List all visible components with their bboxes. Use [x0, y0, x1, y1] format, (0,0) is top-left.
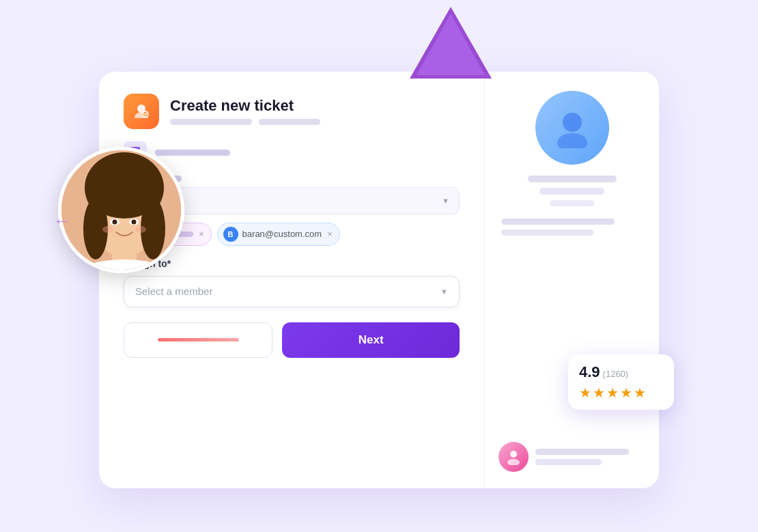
ticket-icon [124, 94, 159, 129]
rating-count: (1260) [603, 369, 629, 379]
rating-card: 4.9 (1260) ★ ★ ★ ★ ★ [568, 354, 674, 410]
tag-j-close[interactable]: × [199, 229, 204, 239]
assign-label: Assign to* [124, 258, 460, 269]
form-actions: Next [124, 322, 460, 358]
small-sk-2 [535, 459, 602, 465]
human-photo [58, 147, 184, 273]
select-member-dropdown[interactable]: Select a member ▼ [124, 276, 460, 307]
back-button[interactable] [124, 322, 272, 358]
profile-sk-1 [528, 176, 617, 182]
right-content-lines [499, 219, 645, 236]
left-panel: Create new ticket [99, 72, 485, 488]
main-card: Create new ticket [99, 72, 659, 488]
profile-person-icon [552, 107, 593, 148]
ticket-icon-svg [132, 102, 151, 121]
ticket-title: Create new ticket [170, 97, 320, 115]
bottom-profile-item [499, 436, 645, 472]
profile-skeletons [499, 176, 645, 206]
tag-b-text: baran@custom.com [242, 229, 322, 239]
stars-row: ★ ★ ★ ★ ★ [579, 384, 663, 401]
select-member-placeholder: Select a member [135, 285, 212, 297]
rating-score: 4.9 [579, 363, 600, 381]
star-3: ★ [606, 384, 619, 401]
profile-avatar-large [535, 91, 609, 165]
tag-b[interactable]: B baran@custom.com × [217, 223, 340, 246]
svg-point-26 [507, 459, 520, 465]
star-1: ★ [579, 384, 591, 401]
small-profile-skeletons [535, 449, 645, 465]
next-button[interactable]: Next [282, 322, 460, 358]
star-5: ★ [634, 384, 646, 401]
right-sk-2 [501, 229, 593, 236]
svg-point-23 [563, 113, 582, 132]
star-2: ★ [593, 384, 605, 401]
doc-skeleton [155, 150, 230, 156]
right-panel: 4.9 (1260) ★ ★ ★ ★ ★ [485, 72, 659, 488]
ticket-header: Create new ticket [124, 94, 460, 129]
tag-b-avatar: B [223, 227, 238, 242]
star-4: ★ [620, 384, 632, 401]
profile-sk-2 [539, 188, 604, 195]
svg-point-15 [135, 226, 146, 233]
svg-marker-1 [417, 14, 485, 75]
next-button-label: Next [359, 333, 384, 347]
svg-point-14 [102, 226, 113, 233]
select-member-arrow: ▼ [440, 288, 448, 296]
back-button-line [158, 338, 239, 341]
header-skeleton-2 [259, 119, 320, 125]
svg-point-24 [557, 133, 587, 148]
dropdown-arrow-1: ▼ [442, 197, 449, 205]
svg-point-9 [87, 167, 162, 219]
small-person-icon [505, 449, 522, 465]
profile-sk-3 [550, 200, 594, 206]
right-sk-1 [501, 219, 615, 225]
svg-point-12 [113, 220, 117, 225]
small-sk-1 [535, 449, 629, 455]
tag-b-close[interactable]: × [327, 229, 333, 239]
small-avatar [499, 442, 529, 472]
arrow-left-decoration: ← [53, 210, 71, 232]
svg-point-25 [510, 451, 517, 458]
svg-point-13 [132, 220, 137, 225]
header-skeleton-1 [170, 119, 252, 125]
triangle-decoration [406, 3, 495, 82]
